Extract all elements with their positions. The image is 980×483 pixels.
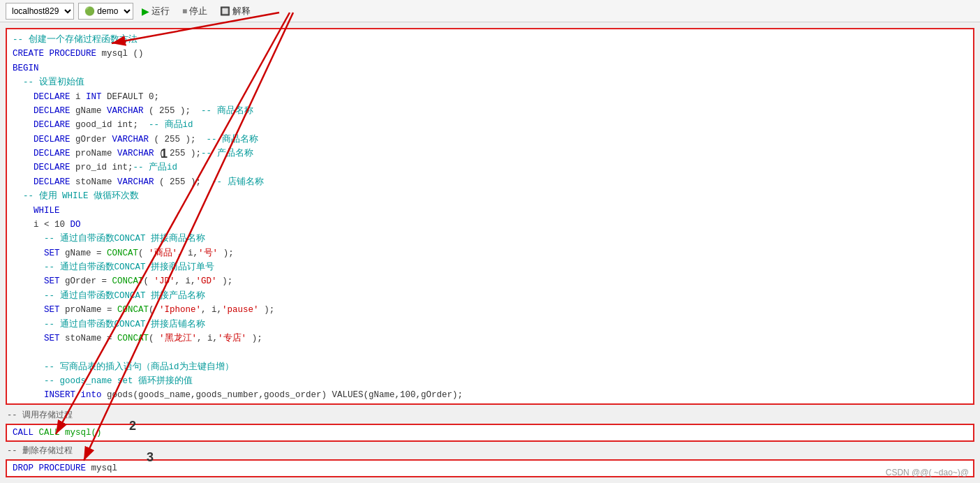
run-button[interactable]: ▶ 运行 xyxy=(138,3,174,19)
code-line: SET stoName = CONCAT( '黑龙江', i,'专店' ); xyxy=(13,332,967,345)
code-line: DECLARE gOrder VARCHAR ( 255 ); -- 商品名称 xyxy=(13,133,967,147)
main-content: -- 创建一个存储过程函数方法 CREATE PROCEDURE mysql (… xyxy=(0,22,980,483)
code-line: -- 写商品表的插入语句（商品id为主键自增） xyxy=(13,361,967,374)
stop-icon: ■ xyxy=(182,6,187,16)
annotation-2: 2 xyxy=(129,419,136,433)
code-line: DECLARE gName VARCHAR ( 255 ); -- 商品名称 xyxy=(13,105,967,118)
stop-label: 停止 xyxy=(189,5,207,17)
code-line: -- 通过自带函数CONCAT 拼接产品名称 xyxy=(13,290,967,303)
code-line: BEGIN xyxy=(13,62,967,75)
code-line xyxy=(13,346,967,359)
code-line: INSERT into goods(goods_name,goods_numbe… xyxy=(13,389,967,402)
code-block: -- 创建一个存储过程函数方法 CREATE PROCEDURE mysql (… xyxy=(13,34,967,405)
code-line: CREATE PROCEDURE mysql () xyxy=(13,47,967,61)
code-line: -- 获取商品主键 xyxy=(13,403,967,405)
code-line: DECLARE good_id int; -- 商品id xyxy=(13,119,967,132)
code-line: SET gName = CONCAT( '商品', i,'号' ); xyxy=(13,247,967,260)
code-line: -- 通过自带函数CONCAT 拼接商品名称 xyxy=(13,232,967,246)
explain-icon: 🔲 xyxy=(220,6,230,16)
code-line: -- 使用 WHILE 做循环次数 xyxy=(13,190,967,203)
code-line: DECLARE i INT DEFAULT 0; xyxy=(13,91,967,104)
run-label: 运行 xyxy=(151,5,170,17)
code-editor[interactable]: -- 创建一个存储过程函数方法 CREATE PROCEDURE mysql (… xyxy=(6,28,974,405)
code-line: DECLARE proName VARCHAR ( 255 );-- 产品名称 xyxy=(13,147,967,161)
code-line: DECLARE pro_id int;-- 产品id xyxy=(13,161,967,174)
code-line: -- 通过自带函数CONCAT 拼接商品订单号 xyxy=(13,261,967,274)
code-line: SET proName = CONCAT( 'Iphone', i,'pause… xyxy=(13,304,967,317)
code-line: WHILE xyxy=(13,205,967,218)
database-select[interactable]: 🟢 demo xyxy=(78,3,133,20)
explain-label: 解释 xyxy=(232,5,251,17)
explain-button[interactable]: 🔲 解释 xyxy=(216,3,255,19)
code-line: DECLARE stoName VARCHAR ( 255 ); -- 店铺名称 xyxy=(13,176,967,189)
code-line: -- goods_name set 循环拼接的值 xyxy=(13,375,967,388)
code-line: -- 通过自带函数CONCAT 拼接店铺名称 xyxy=(13,318,967,332)
code-line: SET gOrder = CONCAT( 'JD', i,'GD' ); xyxy=(13,275,967,288)
code-line: -- 创建一个存储过程函数方法 xyxy=(13,34,967,47)
annotation-1: 1 xyxy=(161,147,168,161)
connection-select[interactable]: localhost829 xyxy=(6,3,74,20)
call-box: CALL CALL mysql() xyxy=(6,424,974,442)
annotation-3: 3 xyxy=(147,450,154,465)
stop-button[interactable]: ■ 停止 xyxy=(178,3,211,19)
call-comment: -- 调用存储过程 xyxy=(6,409,974,421)
run-icon: ▶ xyxy=(142,6,149,17)
watermark: CSDN @@( ~dao~)@ xyxy=(886,468,969,477)
code-line: i < 10 DO xyxy=(13,218,967,232)
bottom-section: -- 调用存储过程 CALL CALL mysql() -- 删除存储过程 DR… xyxy=(6,409,974,477)
code-line: -- 设置初始值 xyxy=(13,76,967,89)
toolbar: localhost829 🟢 demo ▶ 运行 ■ 停止 🔲 解释 xyxy=(0,0,980,22)
